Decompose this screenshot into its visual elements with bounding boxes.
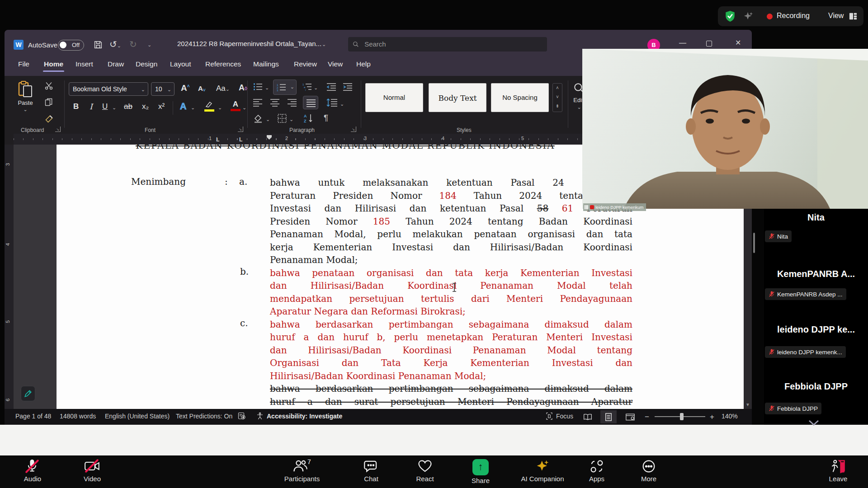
numbered-list-selected[interactable]: 123 ⌄ <box>273 80 297 95</box>
redo-button[interactable]: ↻ <box>129 39 137 50</box>
restore-button[interactable] <box>706 41 712 47</box>
ai-sparkle-icon[interactable] <box>743 11 753 21</box>
word-logo-icon[interactable]: W <box>14 40 24 50</box>
sort-icon[interactable]: AZ <box>304 113 314 123</box>
font-name-select[interactable]: Bookman Old Style⌄ <box>69 82 148 96</box>
close-button[interactable]: ✕ <box>735 38 741 47</box>
qat-customize-icon[interactable]: ⌄ <box>147 42 151 48</box>
clear-formatting-button[interactable]: A◊ <box>239 83 247 93</box>
security-shield-icon[interactable] <box>724 10 736 22</box>
menu-layout[interactable]: Layout <box>170 60 191 68</box>
page-indicator[interactable]: Page 1 of 48 <box>15 413 51 420</box>
style-body-text[interactable]: Body Text <box>429 83 486 112</box>
focus-label[interactable]: Focus <box>556 413 573 420</box>
menu-references[interactable]: References <box>205 60 241 68</box>
text-predictions[interactable]: Text Predictions: On <box>176 413 232 420</box>
document-text[interactable]: bahwa untuk melaksanakan ketentuan Pasal… <box>270 176 632 408</box>
text-effects-chevron-icon[interactable]: ⌄ <box>191 105 195 111</box>
underline-chevron-icon[interactable]: ⌄ <box>112 105 116 111</box>
style-normal[interactable]: Normal <box>365 83 423 112</box>
tab-stop-icon[interactable]: L <box>216 136 219 143</box>
menu-mailings[interactable]: Mailings <box>253 60 279 68</box>
apps-button[interactable]: Apps <box>583 459 610 483</box>
paragraph-dialog-launcher[interactable] <box>351 127 356 132</box>
share-button[interactable]: ↑ Share <box>467 459 495 484</box>
audio-button[interactable]: Audio <box>19 459 46 483</box>
cut-icon[interactable] <box>44 81 53 90</box>
increase-indent-icon[interactable] <box>343 82 353 91</box>
format-painter-icon[interactable] <box>44 114 54 123</box>
print-layout-button[interactable] <box>600 410 617 423</box>
react-button[interactable]: React <box>410 459 439 483</box>
ai-companion-button[interactable]: AI Companion <box>518 459 567 483</box>
text-effects-button[interactable]: A <box>180 101 186 112</box>
grow-font-button[interactable]: A˄ <box>181 83 190 93</box>
menu-view[interactable]: View <box>328 60 343 68</box>
clipboard-dialog-launcher[interactable] <box>55 127 61 132</box>
highlight-button[interactable] <box>204 101 214 112</box>
zoom-slider[interactable] <box>655 416 705 417</box>
highlight-chevron-icon[interactable]: ⌄ <box>218 105 222 111</box>
multilevel-list-icon[interactable]: 1ai <box>302 82 312 91</box>
zoom-in-button[interactable]: + <box>710 413 714 422</box>
align-left-icon[interactable] <box>253 99 262 107</box>
change-case-button[interactable]: Aa⌄ <box>216 84 230 93</box>
menu-draw[interactable]: Draw <box>108 60 124 68</box>
title-chevron-icon[interactable]: ⌄ <box>322 42 326 47</box>
view-label[interactable]: View <box>828 12 844 20</box>
menu-review[interactable]: Review <box>294 60 317 68</box>
font-dialog-launcher[interactable] <box>238 127 243 132</box>
pilcrow-icon[interactable]: ¶ <box>324 113 328 123</box>
webcam-video-speaker[interactable] <box>582 49 868 209</box>
vertical-ruler[interactable]: 3 4 5 6 <box>5 145 14 409</box>
shading-chevron-icon[interactable]: ⌄ <box>266 117 270 122</box>
strikethrough-button[interactable]: ab <box>124 102 132 111</box>
undo-button[interactable]: ↺⌄ <box>109 39 121 51</box>
menu-design[interactable]: Design <box>136 60 157 68</box>
collapse-gallery-chevron[interactable] <box>806 418 824 428</box>
font-size-select[interactable]: 10⌄ <box>151 82 175 96</box>
style-no-spacing[interactable]: No Spacing <box>491 83 549 112</box>
paste-button[interactable]: Paste ⌄ <box>15 80 35 113</box>
chat-button[interactable]: Chat <box>355 459 387 483</box>
annotate-pencil-button[interactable] <box>21 386 35 401</box>
styles-scroll-buttons[interactable]: ˄˅⇟ <box>552 83 562 112</box>
participants-button[interactable]: 7 Participants <box>280 459 324 483</box>
line-spacing-icon[interactable] <box>326 99 337 107</box>
save-icon[interactable] <box>93 40 103 50</box>
macro-record-icon[interactable] <box>238 412 246 420</box>
accessibility-status[interactable]: Accessibility: Investigate <box>267 413 342 420</box>
menu-file[interactable]: File <box>18 60 29 68</box>
menu-insert[interactable]: Insert <box>75 60 93 68</box>
read-mode-button[interactable] <box>580 410 596 423</box>
document-title[interactable]: 20241122 R8 Rapermeninveshil Ortala_Taya… <box>177 40 321 47</box>
borders-icon[interactable] <box>278 114 287 123</box>
scroll-down-icon[interactable]: ▼ <box>745 402 750 407</box>
tab-stop-icon[interactable]: L <box>239 136 242 143</box>
bullet-chevron-icon[interactable]: ⌄ <box>265 85 269 91</box>
minimize-button[interactable]: — <box>679 39 686 47</box>
italic-button[interactable]: I <box>90 102 93 111</box>
underline-button[interactable]: U <box>102 102 108 111</box>
superscript-button[interactable]: x² <box>158 102 165 111</box>
bullet-list-icon[interactable] <box>253 82 263 91</box>
justify-selected[interactable] <box>303 96 318 109</box>
font-color-button[interactable]: A <box>231 100 241 111</box>
borders-chevron-icon[interactable]: ⌄ <box>289 117 293 122</box>
decrease-indent-icon[interactable] <box>326 82 336 91</box>
word-count[interactable]: 14808 words <box>60 413 96 420</box>
copy-icon[interactable] <box>44 98 53 107</box>
shrink-font-button[interactable]: A˅ <box>198 84 206 93</box>
video-button[interactable]: Video <box>78 459 107 483</box>
bold-button[interactable]: B <box>73 102 79 111</box>
focus-icon[interactable] <box>545 412 553 420</box>
subscript-button[interactable]: x₂ <box>142 102 149 111</box>
language-indicator[interactable]: English (United States) <box>105 413 170 420</box>
search-input[interactable]: Search <box>348 37 547 52</box>
font-color-chevron-icon[interactable]: ⌄ <box>242 105 246 111</box>
shading-icon[interactable] <box>253 114 263 123</box>
multilevel-chevron-icon[interactable]: ⌄ <box>314 85 318 91</box>
menu-home[interactable]: Home <box>44 60 63 68</box>
zoom-percentage[interactable]: 140% <box>722 413 738 420</box>
line-spacing-chevron-icon[interactable]: ⌄ <box>340 101 344 107</box>
